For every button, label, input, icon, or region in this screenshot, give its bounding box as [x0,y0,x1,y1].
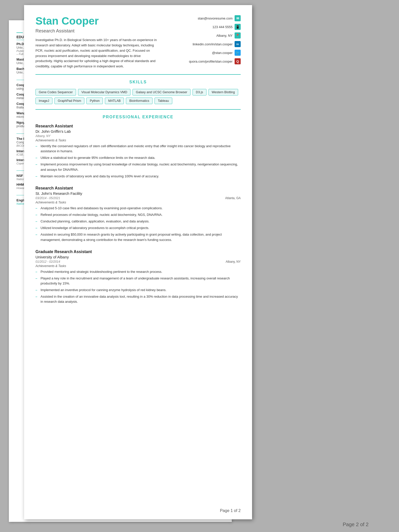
job-location-right-2: Albany, NY [226,260,241,263]
quora-text: quora.com/profile/stan.cooper [189,60,233,63]
bullet-item: Implement process improvement by using b… [35,162,241,172]
job-title-0: Research Assistant [35,124,241,128]
bullet-item: Played a key role in the recruitment and… [35,276,241,286]
linkedin-text: linkedin.com/in/stan.cooper [193,42,233,46]
bullet-item: Utilized knowledge of laboratory procedu… [35,225,241,231]
skills-section: SKILLS Gene Codes SequencerVisual Molecu… [35,80,241,104]
job-company-0: Dr. John Griffin's Lab [35,129,241,134]
skills-section-title: SKILLS [35,80,241,84]
phone-text: 123 444 5555 [212,25,233,29]
header-left: Stan Cooper Research Assistant Investiga… [35,15,170,69]
job-date-left-2: 01/2012 - 02/2014 [35,260,60,263]
achievements-label-1: Achievements & Tasks [35,201,241,204]
location-icon: 📍 [235,32,241,39]
achievements-label-2: Achievements & Tasks [35,264,241,268]
candidate-name: Stan Cooper [35,15,170,27]
achievements-label-0: Achievements & Tasks [35,139,241,142]
job-bullets-2: Provided mentoring and strategic trouble… [35,269,241,305]
twitter-contact: @stan.cooper 🐦 [212,50,241,56]
email-text: stan@novoresume.com [198,16,233,20]
skill-tag: Python [86,98,103,104]
skill-tag: MATLAB [105,98,124,104]
job-entry-2: Graduate Research Assistant University o… [35,250,241,305]
bullet-item: Provided mentoring and strategic trouble… [35,269,241,274]
job-company-1: St. John's Research Facility [35,191,241,196]
skill-tag: ImageJ [35,98,52,104]
contact-info: stan@novoresume.com ✉ 123 444 5555 📱 Alb… [170,15,241,64]
job-location-right-1: Atlanta, GA [225,196,241,200]
job-company-2: University of Albany [35,255,241,259]
twitter-icon: 🐦 [235,50,241,56]
job-location-0: Albany, NY [35,134,241,138]
skill-tag: Gene Codes Sequencer [35,89,76,96]
bullet-item: Refined processes of molecular biology, … [35,212,241,217]
skill-tag: Western Blotting [208,89,238,96]
twitter-text: @stan.cooper [212,51,233,55]
bullet-item: Identify the conserved regulators of ste… [35,144,241,154]
skills-tags-container: Gene Codes SequencerVisual Molecular Dyn… [35,89,241,104]
location-contact: Albany, NY 📍 [216,32,241,39]
job-bullets-0: Identify the conserved regulators of ste… [35,144,241,179]
skills-divider-bottom [35,109,241,110]
skill-tag: D3.js [193,89,206,96]
experience-section-title: PROFESSIONAL EXPERIENCE [35,115,241,119]
job-date-left-1: 03/2014 - 05/2021 [35,196,60,200]
job-entry-0: Research Assistant Dr. John Griffin's La… [35,124,241,179]
skill-tag: Visual Molecular Dynamics VMD [78,89,130,96]
bullet-item: Implemented an inventive protocol for ca… [35,288,241,293]
skill-tag: GraphPad Prism [54,98,84,104]
bullet-item: Utilize a statistical tool to generate 9… [35,155,241,160]
experience-section: PROFESSIONAL EXPERIENCE Research Assista… [35,115,241,305]
phone-contact: 123 444 5555 📱 [212,24,241,30]
bullet-item: Analyzed 5-10 case files and databases b… [35,206,241,211]
email-icon: ✉ [235,15,241,21]
page1-label: Page 1 of 2 [220,508,241,513]
resume-header: Stan Cooper Research Assistant Investiga… [35,15,241,69]
skills-divider-top [35,74,241,75]
bullet-item: Conducted planning, calibration, applica… [35,219,241,224]
quora-icon: Q [235,58,241,64]
email-contact: stan@novoresume.com ✉ [198,15,241,21]
resume-page-1: Stan Cooper Research Assistant Investiga… [24,5,252,519]
skill-tag: Galaxy and UCSC Genome Browser [132,89,191,96]
candidate-summary: Investigative Ph.D. in Biological Scienc… [35,37,157,69]
candidate-title: Research Assistant [35,28,170,34]
job-title-1: Research Assistant [35,186,241,191]
job-entry-1: Research Assistant St. John's Research F… [35,186,241,242]
location-text: Albany, NY [216,34,233,37]
bullet-item: Assisted in the creation of an innovativ… [35,294,241,304]
bullet-item: Maintain records of laboratory work and … [35,174,241,179]
job-meta-1: 03/2014 - 05/2021 Atlanta, GA [35,196,241,200]
job-title-2: Graduate Research Assistant [35,250,241,254]
quora-contact: quora.com/profile/stan.cooper Q [189,58,241,64]
page2-bottom-label: Page 2 of 2 [343,522,369,527]
skill-tag: Tableau [155,98,172,104]
linkedin-icon: in [235,41,241,47]
job-bullets-1: Analyzed 5-10 case files and databases b… [35,206,241,242]
linkedin-contact: linkedin.com/in/stan.cooper in [193,41,241,47]
bullet-item: Assisted in securing $50,000 in research… [35,232,241,242]
skill-tag: Bioinformatics [126,98,153,104]
job-meta-2: 01/2012 - 02/2014 Albany, NY [35,260,241,263]
phone-icon: 📱 [235,24,241,30]
